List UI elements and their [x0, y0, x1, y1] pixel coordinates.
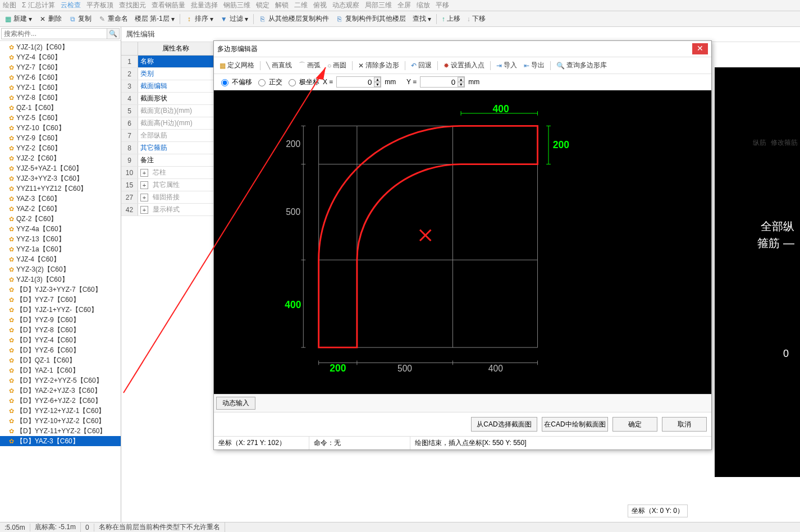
set-insert-point-button[interactable]: ✸设置插入点	[441, 59, 487, 71]
tree-item[interactable]: ✿YYZ-5【C60】	[0, 113, 121, 123]
expand-icon[interactable]: +	[140, 206, 148, 214]
mode-polar[interactable]: 极坐标	[286, 77, 319, 87]
tb-zoom[interactable]: 缩放	[415, 1, 432, 10]
tree-item[interactable]: ✿YYZ-1a【C60】	[0, 244, 121, 254]
tree-item[interactable]: ✿YYZ-10【C60】	[0, 123, 121, 133]
tb-rebar-qty[interactable]: 查看钢筋量	[150, 1, 187, 10]
tb-full[interactable]: 全屏	[396, 1, 413, 10]
search-button[interactable]: 🔍	[107, 28, 120, 39]
tree-item[interactable]: ✿【D】YJZ-1+YYZ-【C60】	[0, 305, 121, 315]
mode-no-offset[interactable]: 不偏移	[218, 77, 252, 87]
import-button[interactable]: ⇥导入	[494, 59, 519, 71]
tree-item[interactable]: ✿YJZ-1(3)【C60】	[0, 274, 121, 285]
cancel-button[interactable]: 取消	[662, 417, 707, 432]
tb-lock[interactable]: 锁定	[254, 1, 271, 10]
tb-orbit[interactable]: 动态观察	[331, 1, 361, 10]
clear-polygon-button[interactable]: ✕清除多边形	[356, 59, 401, 71]
prop-row[interactable]: 3截面编辑	[121, 80, 213, 93]
tb-batch[interactable]: 批量选择	[189, 1, 220, 10]
tree-item[interactable]: ✿【D】YYZ-6【C60】	[0, 345, 121, 355]
sort-button[interactable]: ↕排序 ▾	[182, 13, 216, 25]
prop-row[interactable]: 8其它箍筋	[121, 142, 213, 154]
tb-rebar3d[interactable]: 钢筋三维	[222, 1, 252, 10]
tree-item[interactable]: ✿YYZ-4【C60】	[0, 52, 121, 62]
tree-item[interactable]: ✿【D】YAZ-2+YJZ-3【C60】	[0, 386, 121, 396]
tree-item[interactable]: ✿【D】YYZ-6+YJZ-2【C60】	[0, 396, 121, 406]
prop-row[interactable]: 4截面形状	[121, 93, 213, 105]
prop-row[interactable]: 2类别	[121, 68, 213, 80]
move-down[interactable]: ↓下移	[464, 13, 488, 25]
rename-button[interactable]: ✎重命名	[95, 13, 131, 25]
tb-2d[interactable]: 二维	[292, 1, 309, 10]
expand-icon[interactable]: +	[140, 194, 148, 201]
y-spin-down[interactable]: ▼	[458, 82, 464, 87]
ok-button[interactable]: 确定	[612, 417, 657, 432]
prop-row[interactable]: 42+显示样式	[121, 204, 213, 216]
tree-item[interactable]: ✿QZ-2【C60】	[0, 214, 121, 224]
pick-from-cad-button[interactable]: 从CAD选择截面图	[471, 417, 537, 432]
expand-icon[interactable]: +	[140, 181, 148, 189]
copy-button[interactable]: ⧉复制	[66, 13, 94, 25]
tb-cloud[interactable]: 云检查	[59, 1, 83, 10]
prop-row[interactable]: 27+锚固搭接	[121, 191, 213, 204]
tree-item[interactable]: ✿【D】YYZ-2+YYZ-5【C60】	[0, 375, 121, 386]
tree-item[interactable]: ✿YYZ-13【C60】	[0, 234, 121, 244]
tree-item[interactable]: ✿YJZ-2【C60】	[0, 153, 121, 163]
tb-local3d[interactable]: 局部三维	[363, 1, 394, 10]
polygon-canvas[interactable]: 400 200 200 500 400 200 500 400	[214, 90, 711, 394]
draw-in-cad-button[interactable]: 在CAD中绘制截面图	[542, 417, 608, 432]
tb-unlock[interactable]: 解锁	[273, 1, 290, 10]
draw-line-button[interactable]: ╲画直线	[264, 59, 294, 71]
prop-row[interactable]: 7全部纵筋	[121, 130, 213, 142]
search-input[interactable]	[1, 28, 107, 39]
expand-icon[interactable]: +	[140, 169, 148, 177]
tb-sum[interactable]: Σ 汇总计算	[20, 1, 57, 10]
tb-align[interactable]: 平齐板顶	[85, 1, 115, 10]
tb-draw[interactable]: 绘图	[1, 1, 18, 10]
tree-item[interactable]: ✿YYZ-2【C60】	[0, 143, 121, 153]
tree-item[interactable]: ✿YYZ-6【C60】	[0, 72, 121, 82]
tree-item[interactable]: ✿YYZ-7【C60】	[0, 62, 121, 72]
tree-item[interactable]: ✿YJZ-1(2)【C60】	[0, 42, 121, 52]
tree-item[interactable]: ✿YAZ-3【C60】	[0, 194, 121, 204]
x-spin-up[interactable]: ▲	[374, 77, 381, 82]
component-tree[interactable]: ✿YJZ-1(2)【C60】✿YYZ-4【C60】✿YYZ-7【C60】✿YYZ…	[0, 41, 121, 522]
tree-item[interactable]: ✿【D】QZ-1【C60】	[0, 355, 121, 365]
tree-item[interactable]: ✿【D】YYZ-12+YJZ-1【C60】	[0, 406, 121, 416]
tree-item[interactable]: ✿YYZ-8【C60】	[0, 93, 121, 103]
tree-item[interactable]: ✿QZ-1【C60】	[0, 103, 121, 113]
prop-row[interactable]: 10+芯柱	[121, 167, 213, 179]
prop-row[interactable]: 5截面宽(B边)(mm)	[121, 105, 213, 117]
export-button[interactable]: ⇤导出	[522, 59, 547, 71]
tb-pan[interactable]: 平移	[434, 1, 451, 10]
tree-item[interactable]: ✿【D】YJZ-3+YYZ-7【C60】	[0, 285, 121, 295]
draw-arc-button[interactable]: ⌒画弧	[296, 59, 323, 71]
tree-item[interactable]: ✿YYZ-3(2)【C60】	[0, 264, 121, 274]
dynamic-input-button[interactable]: 动态输入	[216, 397, 255, 410]
tree-item[interactable]: ✿YYZ-1【C60】	[0, 82, 121, 93]
prop-row[interactable]: 15+其它属性	[121, 179, 213, 191]
x-spin-down[interactable]: ▼	[374, 82, 381, 87]
define-grid-button[interactable]: ▦定义网格	[217, 59, 257, 71]
tree-item[interactable]: ✿【D】YAZ-3【C60】	[0, 436, 121, 446]
copy-from-floor[interactable]: ⎘从其他楼层复制构件	[256, 13, 332, 25]
draw-circle-button[interactable]: ○画圆	[325, 59, 349, 71]
tree-item[interactable]: ✿YJZ-3+YYZ-3【C60】	[0, 173, 121, 184]
tree-item[interactable]: ✿【D】YYZ-8【C60】	[0, 325, 121, 335]
delete-button[interactable]: ✕删除	[36, 13, 65, 25]
tree-item[interactable]: ✿YAZ-2【C60】	[0, 204, 121, 214]
undo-button[interactable]: ↶回退	[409, 59, 434, 71]
tab-modify-stirrup[interactable]: 修改箍筋	[771, 138, 798, 148]
tb-top-view[interactable]: 俯视	[312, 1, 328, 10]
tree-item[interactable]: ✿【D】YAZ-1【C60】	[0, 365, 121, 375]
tree-item[interactable]: ✿YJZ-4【C60】	[0, 254, 121, 264]
prop-row[interactable]: 9备注	[121, 154, 213, 167]
tree-item[interactable]: ✿【D】YYZ-9【C60】	[0, 315, 121, 325]
tb-find-elem[interactable]: 查找图元	[117, 1, 148, 10]
query-library-button[interactable]: 🔍查询多边形库	[554, 59, 609, 71]
tree-item[interactable]: ✿YJZ-5+YAZ-1【C60】	[0, 163, 121, 173]
prop-row[interactable]: 1名称	[121, 56, 213, 68]
tree-item[interactable]: ✿YYZ-9【C60】	[0, 133, 121, 143]
y-spin-up[interactable]: ▲	[458, 77, 464, 82]
move-up[interactable]: ↑上移	[439, 13, 463, 25]
